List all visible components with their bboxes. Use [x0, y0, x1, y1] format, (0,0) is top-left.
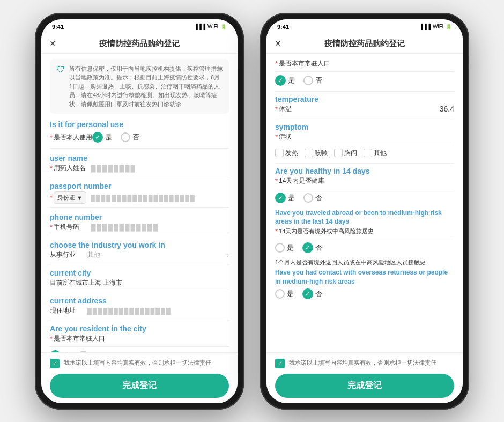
travel14-row: * 14天内是否有境外或中高风险旅居史 [275, 227, 454, 239]
scroll-content-right[interactable]: * 是否本市常驻人口 是 否 [266, 54, 463, 352]
industry-row[interactable]: 从事行业 其他 › [50, 250, 229, 263]
username-label: 用药人姓名 [54, 164, 91, 173]
resident2-radio-group: 是 否 [275, 75, 454, 86]
chest-label: 胸闷 [344, 149, 357, 158]
industry-annotation: choose the industry you work in [50, 241, 229, 249]
healthy14-no-icon [303, 193, 313, 203]
healthy14-label: 14天内是否健康 [279, 176, 324, 186]
phone-left-screen: 9:41 ▐▐▐ WiFi 🔋 × 疫情防控药品购约登记 🛡 所有信息保密，仅用… [41, 19, 238, 403]
address-section: current address 现住地址 ████████████████ [50, 297, 229, 319]
phone-value[interactable]: ████████████ [91, 224, 229, 231]
symptom-label: 症状 [279, 132, 316, 142]
username-value[interactable]: ████████ [91, 165, 229, 172]
symptom-section: symptom * 症状 发热 咳嗽 [275, 123, 454, 158]
close-button-left[interactable]: × [50, 38, 56, 49]
symptom-cough[interactable]: 咳嗽 [305, 149, 328, 158]
resident-annotation: Are you resident in the city [50, 324, 229, 333]
travel14-radio-group: 是 否 [275, 242, 454, 253]
passport-annotation: passport number [50, 182, 229, 190]
travel14-no[interactable]: 否 [302, 242, 322, 253]
cough-label: 咳嗽 [315, 149, 328, 158]
symptom-chest[interactable]: 胸闷 [334, 149, 357, 158]
temperature-label: 体温 [279, 105, 316, 114]
yes-label: 是 [105, 132, 112, 142]
symptom-fever[interactable]: 发热 [275, 149, 298, 158]
submit-button-right[interactable]: 完成登记 [275, 374, 454, 398]
phones-container: 9:41 ▐▐▐ WiFi 🔋 × 疫情防控药品购约登记 🛡 所有信息保密，仅用… [24, 2, 480, 420]
healthy14-yes[interactable]: 是 [275, 193, 295, 203]
phone-left: 9:41 ▐▐▐ WiFi 🔋 × 疫情防控药品购约登记 🛡 所有信息保密，仅用… [35, 13, 244, 410]
app-header-right: × 疫情防控药品购约登记 [266, 34, 463, 54]
chest-checkbox-icon [334, 149, 343, 157]
agree-checkbox-right[interactable] [275, 359, 285, 368]
submit-button-left[interactable]: 完成登记 [50, 374, 229, 398]
industry-value: 其他 [87, 250, 226, 260]
header-title-right: 疫情防控药品购约登记 [324, 39, 405, 49]
travel14-no-label: 否 [315, 243, 322, 253]
contact-no-label: 否 [315, 289, 322, 299]
travel14-yes[interactable]: 是 [275, 243, 294, 253]
healthy14-radio-group: 是 否 [275, 193, 454, 203]
healthy14-yes-label: 是 [288, 193, 295, 203]
shield-icon: 🛡 [56, 65, 65, 75]
signal-icon-right: ▐▐▐ [419, 24, 431, 29]
address-row: 现住地址 ████████████████ [50, 306, 229, 319]
personal-use-yes[interactable]: 是 [92, 132, 112, 143]
contact-no[interactable]: 否 [302, 288, 322, 299]
status-time-right: 9:41 [277, 24, 289, 30]
status-icons-right: ▐▐▐ WiFi 🔋 [419, 24, 452, 29]
contact-annotation: Have you had contact with overseas retur… [275, 268, 454, 286]
agree-checkbox-left[interactable] [50, 359, 60, 368]
personal-use-no[interactable]: 否 [121, 132, 139, 142]
close-button-right[interactable]: × [275, 38, 281, 49]
phone-right: 9:41 ▐▐▐ WiFi 🔋 × 疫情防控药品购约登记 * 是否本市常驻人口 [260, 13, 469, 410]
phone-label: 手机号码 [54, 223, 91, 232]
city-label: 目前所在城市 [50, 278, 88, 287]
agree-row-right: 我承诺以上填写内容均真实有效，否则承担一切法律责任 [275, 358, 454, 368]
personal-use-radio-group: 是 否 [92, 132, 139, 143]
personal-use-row: * 是否本人使用 是 否 [50, 130, 229, 149]
industry-label: 从事行业 [50, 250, 87, 260]
id-dropdown-icon: ▼ [77, 195, 83, 201]
temperature-value[interactable]: 36.4 [440, 105, 454, 113]
symptom-annotation: symptom [275, 123, 454, 131]
healthy14-section: Are you healthy in 14 days * 14天内是否健康 是 … [275, 167, 454, 203]
contact-yes[interactable]: 是 [275, 289, 294, 299]
phone-right-screen: 9:41 ▐▐▐ WiFi 🔋 × 疫情防控药品购约登记 * 是否本市常驻人口 [266, 19, 463, 403]
id-type-label: 身份证 [57, 194, 75, 202]
temperature-annotation: temperature [275, 95, 454, 103]
industry-section: choose the industry you work in 从事行业 其他 … [50, 241, 229, 263]
agree-row-left: 我承诺以上填写内容均真实有效，否则承担一切法律责任 [50, 358, 229, 368]
scroll-content-left[interactable]: 🛡 所有信息保密，仅用于向当地疾控机构提供，疾控管理措施以当地政策为准。提示：根… [41, 54, 238, 352]
passport-value[interactable]: ████████████████████ [91, 195, 229, 201]
passport-section: passport number * 身份证 ▼ ████████████████… [50, 182, 229, 208]
phone-row: * 手机号码 ████████████ [50, 223, 229, 235]
username-row: * 用药人姓名 ████████ [50, 164, 229, 176]
symptom-other[interactable]: 其他 [364, 149, 387, 158]
travel14-no-icon [302, 242, 313, 253]
symptom-row: * 症状 [275, 132, 454, 145]
passport-row: * 身份证 ▼ ████████████████████ [50, 191, 229, 208]
footer-right: 我承诺以上填写内容均真实有效，否则承担一切法律责任 完成登记 [266, 352, 463, 403]
resident2-no[interactable]: 否 [303, 76, 322, 85]
resident-label: 是否本市常驻人口 [54, 334, 105, 343]
other-label: 其他 [374, 149, 387, 158]
phone-section: phone number * 手机号码 ████████████ [50, 213, 229, 235]
cough-checkbox-icon [305, 149, 313, 157]
healthy14-no-label: 否 [315, 193, 322, 203]
resident2-no-icon [303, 76, 313, 85]
username-section: user name * 用药人姓名 ████████ [50, 154, 229, 176]
temperature-row: * 体温 36.4 [275, 105, 454, 117]
city-value[interactable]: 上海 上海市 [88, 278, 229, 287]
status-time-left: 9:41 [52, 24, 64, 30]
resident2-yes-label: 是 [288, 76, 295, 85]
app-header-left: × 疫情防控药品购约登记 [41, 34, 238, 54]
address-value[interactable]: ████████████████ [87, 308, 229, 314]
travel14-annotation: Have you traveled abroad or been to medi… [275, 209, 454, 227]
status-bar-left: 9:41 ▐▐▐ WiFi 🔋 [41, 19, 238, 34]
healthy14-no[interactable]: 否 [303, 193, 322, 203]
contact-radio-group: 是 否 [275, 288, 454, 299]
wifi-icon: WiFi [207, 24, 218, 29]
resident2-yes[interactable]: 是 [275, 75, 295, 86]
id-type-selector[interactable]: 身份证 ▼ [54, 191, 86, 204]
